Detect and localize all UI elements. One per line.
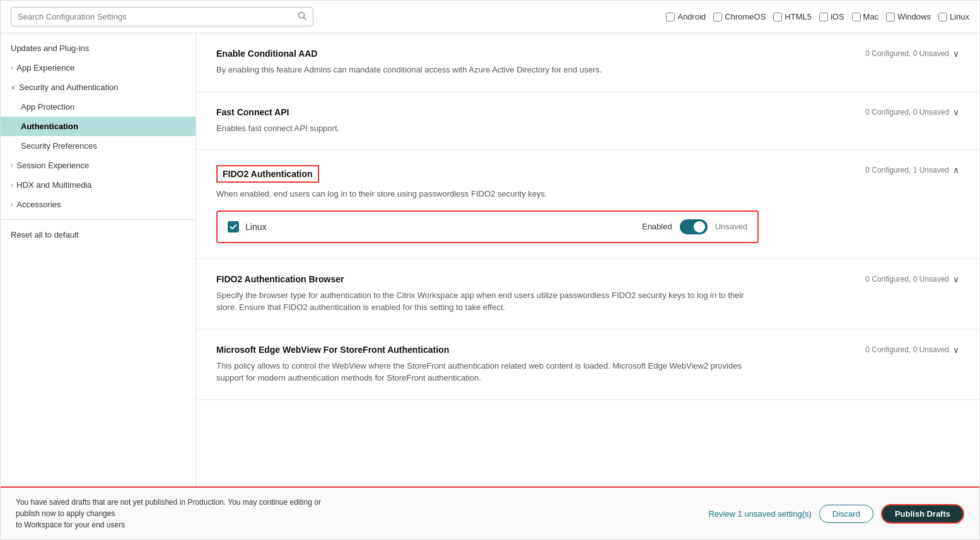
bottom-bar: You have saved drafts that are not yet p…	[1, 486, 979, 539]
review-link[interactable]: Review 1 unsaved setting(s)	[708, 509, 811, 519]
sidebar-item-label: Updates and Plug-ins	[11, 43, 89, 53]
section-title: FIDO2 Authentication Browser	[216, 274, 855, 284]
section-header-fido2-auth-browser: FIDO2 Authentication Browser0 Configured…	[216, 274, 959, 284]
platform-filter-html5: HTML5	[773, 12, 812, 21]
section-meta: 0 Configured, 0 Unsaved∨	[865, 345, 959, 355]
platform-label: Windows	[897, 12, 931, 21]
meta-text: 0 Configured, 1 Unsaved	[865, 166, 949, 175]
setting-row-linux: LinuxEnabledUnsaved	[216, 210, 759, 243]
sidebar-item-label: Accessories	[16, 200, 61, 209]
chevron-right-icon: ›	[11, 201, 13, 208]
sidebar-item-label: Session Experience	[16, 161, 89, 170]
platform-checkbox-html5[interactable]	[773, 13, 782, 21]
sidebar-item-label: Authentication	[21, 122, 78, 131]
platform-label: Android	[677, 12, 706, 21]
platform-filter-linux: Linux	[938, 12, 969, 21]
chevron-up-icon[interactable]: ∧	[953, 165, 959, 175]
content-area: Enable Conditional AAD0 Configured, 0 Un…	[196, 33, 979, 486]
section-title-wrap: FIDO2 Authentication	[216, 165, 855, 183]
linux-checkbox[interactable]	[228, 221, 239, 233]
sidebar-item-accessories[interactable]: ›Accessories	[1, 195, 195, 214]
section-ms-edge-webview: Microsoft Edge WebView For StoreFront Au…	[196, 330, 979, 400]
svg-line-1	[304, 18, 306, 20]
section-fido2-auth: FIDO2 Authentication0 Configured, 1 Unsa…	[196, 150, 979, 259]
sidebar-item-app-protection[interactable]: App Protection	[1, 97, 195, 117]
sidebar-item-label: App Experience	[16, 63, 74, 72]
platform-filter-android: Android	[666, 12, 706, 21]
section-fido2-auth-browser: FIDO2 Authentication Browser0 Configured…	[196, 259, 979, 330]
chevron-down-icon[interactable]: ∨	[953, 345, 959, 355]
platform-checkbox-android[interactable]	[666, 13, 675, 21]
meta-text: 0 Configured, 0 Unsaved	[865, 108, 949, 117]
section-title-wrap: Enable Conditional AAD	[216, 49, 855, 59]
platform-checkbox-windows[interactable]	[886, 13, 895, 21]
chevron-right-icon: ›	[11, 181, 13, 188]
setting-platform-label: Linux	[228, 221, 642, 233]
platform-checkbox-mac[interactable]	[852, 13, 861, 21]
platform-label: Linux	[950, 12, 969, 21]
sidebar-item-updates[interactable]: Updates and Plug-ins	[1, 38, 195, 58]
section-title-wrap: Fast Connect API	[216, 107, 855, 117]
section-title: Fast Connect API	[216, 107, 855, 117]
discard-button[interactable]: Discard	[819, 505, 873, 523]
chevron-down-icon[interactable]: ∨	[953, 274, 959, 284]
section-desc: This policy allows to control the WebVie…	[216, 360, 759, 384]
search-input[interactable]	[18, 12, 294, 21]
sidebar-item-session-exp[interactable]: ›Session Experience	[1, 156, 195, 175]
sidebar-item-security-auth[interactable]: ∨Security and Authentication	[1, 78, 195, 97]
bottom-actions: Review 1 unsaved setting(s) Discard Publ…	[708, 504, 964, 524]
platform-name-label: Linux	[245, 222, 266, 232]
sidebar-item-hdx[interactable]: ›HDX and Multimedia	[1, 175, 195, 195]
section-meta: 0 Configured, 0 Unsaved∨	[865, 49, 959, 59]
bottom-message: You have saved drafts that are not yet p…	[16, 497, 331, 531]
search-icon	[298, 11, 306, 22]
platform-label: Mac	[863, 12, 879, 21]
section-meta: 0 Configured, 0 Unsaved∨	[865, 107, 959, 117]
platform-filter-ios: iOS	[819, 12, 844, 21]
chevron-down-icon[interactable]: ∨	[953, 49, 959, 59]
platform-filter-chromeos: ChromeOS	[713, 12, 766, 21]
section-desc: Specify the browser type for authenticat…	[216, 289, 759, 314]
chevron-right-icon: ›	[11, 64, 13, 71]
section-header-enable-conditional-aad: Enable Conditional AAD0 Configured, 0 Un…	[216, 49, 959, 59]
meta-text: 0 Configured, 0 Unsaved	[865, 49, 949, 58]
sidebar: Updates and Plug-ins›App Experience∨Secu…	[1, 33, 196, 486]
section-meta: 0 Configured, 1 Unsaved∧	[865, 165, 959, 175]
meta-text: 0 Configured, 0 Unsaved	[865, 345, 949, 354]
unsaved-label: Unsaved	[715, 222, 747, 231]
toggle-switch[interactable]	[680, 219, 708, 234]
section-meta: 0 Configured, 0 Unsaved∨	[865, 274, 959, 284]
section-title: Enable Conditional AAD	[216, 49, 855, 59]
section-header-fido2-auth: FIDO2 Authentication0 Configured, 1 Unsa…	[216, 165, 959, 183]
sidebar-item-security-prefs[interactable]: Security Preferences	[1, 136, 195, 156]
section-desc: Enables fast connect API support.	[216, 122, 759, 135]
publish-button[interactable]: Publish Drafts	[881, 504, 964, 524]
platform-label: iOS	[831, 12, 844, 21]
section-title: Microsoft Edge WebView For StoreFront Au…	[216, 345, 855, 355]
reset-all-button[interactable]: Reset all to default	[1, 225, 195, 244]
enabled-label: Enabled	[642, 222, 672, 231]
section-title: FIDO2 Authentication	[216, 165, 319, 183]
sidebar-item-app-experience[interactable]: ›App Experience	[1, 58, 195, 78]
setting-right-side: EnabledUnsaved	[642, 219, 747, 234]
section-fast-connect-api: Fast Connect API0 Configured, 0 Unsaved∨…	[196, 92, 979, 151]
platform-checkbox-linux[interactable]	[938, 13, 947, 21]
section-desc: When enabled, end users can log in to th…	[216, 188, 759, 200]
section-enable-conditional-aad: Enable Conditional AAD0 Configured, 0 Un…	[196, 33, 979, 92]
platform-filter-windows: Windows	[886, 12, 931, 21]
section-desc: By enabling this feature Admins can mand…	[216, 64, 759, 76]
sidebar-item-label: Security and Authentication	[19, 83, 119, 92]
platform-label: HTML5	[785, 12, 812, 21]
platform-checkbox-ios[interactable]	[819, 13, 828, 21]
sidebar-item-authentication[interactable]: Authentication	[1, 117, 195, 136]
sidebar-item-label: App Protection	[21, 102, 74, 112]
chevron-down-icon[interactable]: ∨	[953, 107, 959, 117]
sidebar-item-label: HDX and Multimedia	[16, 180, 91, 190]
platform-label: ChromeOS	[725, 12, 766, 21]
platform-checkbox-chromeos[interactable]	[713, 13, 722, 21]
section-title-wrap: Microsoft Edge WebView For StoreFront Au…	[216, 345, 855, 355]
section-title-wrap: FIDO2 Authentication Browser	[216, 274, 855, 284]
search-box	[11, 7, 313, 26]
sidebar-item-label: Security Preferences	[21, 141, 97, 151]
meta-text: 0 Configured, 0 Unsaved	[865, 275, 949, 284]
